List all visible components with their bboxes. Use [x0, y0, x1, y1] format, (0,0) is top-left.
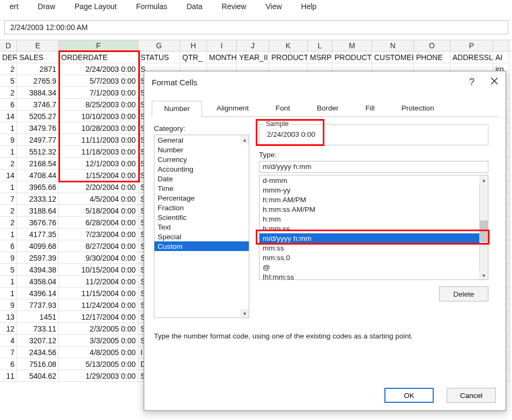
type-item[interactable]: [h]:mm:ss: [259, 272, 479, 280]
cell[interactable]: 7737.93: [17, 299, 59, 311]
cell[interactable]: 4708.44: [17, 170, 59, 181]
column-header[interactable]: G: [138, 40, 180, 51]
cell[interactable]: 1: [0, 146, 17, 158]
cell[interactable]: 11/18/2003 0:00: [59, 146, 138, 158]
type-item[interactable]: m/d/yyyy h:mm: [259, 233, 479, 243]
menu-item[interactable]: Draw: [28, 2, 65, 11]
cell[interactable]: 7/1/2003 0:00: [59, 87, 138, 99]
cell[interactable]: 8/25/2003 0:00: [59, 99, 138, 110]
cell[interactable]: 14: [0, 170, 17, 181]
column-label[interactable]: STATUS: [138, 51, 180, 63]
cell[interactable]: 2: [0, 205, 17, 217]
type-item[interactable]: h:mm: [259, 214, 479, 224]
category-item[interactable]: Text: [154, 222, 249, 232]
column-header[interactable]: O: [414, 40, 450, 51]
scroll-down-icon[interactable]: ▾: [240, 309, 249, 318]
column-header[interactable]: H: [180, 40, 207, 51]
cell[interactable]: 2/20/2004 0:00: [59, 181, 138, 193]
category-item[interactable]: Percentage: [154, 193, 249, 203]
tab-alignment[interactable]: Alignment: [204, 100, 261, 116]
cell[interactable]: 4177.35: [17, 229, 59, 240]
cell[interactable]: 4396.14: [17, 288, 59, 299]
cell[interactable]: 11: [0, 370, 17, 382]
column-header[interactable]: M: [332, 40, 372, 51]
cell[interactable]: 8/27/2004 0:00: [59, 240, 138, 252]
type-item[interactable]: mmm-yy: [259, 185, 479, 195]
cancel-button[interactable]: Cancel: [447, 388, 496, 403]
cell[interactable]: 7516.08: [17, 358, 59, 370]
scrollbar-thumb[interactable]: [480, 220, 488, 242]
cell[interactable]: 9: [0, 299, 17, 311]
category-item[interactable]: Time: [154, 183, 249, 193]
cell[interactable]: 2333.12: [17, 193, 59, 205]
cell[interactable]: 6/28/2004 0:00: [59, 217, 138, 229]
tab-font[interactable]: Font: [263, 100, 302, 116]
cell[interactable]: 3746.7: [17, 99, 59, 110]
cell[interactable]: 12: [0, 323, 17, 335]
cell[interactable]: 5/7/2003 0:00: [59, 75, 138, 87]
cell[interactable]: 2497.77: [17, 134, 59, 146]
scroll-up-icon[interactable]: ▴: [240, 135, 249, 144]
cell[interactable]: 4394.38: [17, 264, 59, 276]
cell[interactable]: 1: [0, 229, 17, 240]
cell[interactable]: 6: [0, 99, 17, 110]
cell[interactable]: 1/29/2003 0:00: [59, 370, 138, 382]
column-label[interactable]: PRODUCTI: [269, 51, 308, 63]
cell[interactable]: 5205.27: [17, 110, 59, 122]
tab-protection[interactable]: Protection: [389, 100, 447, 116]
cell[interactable]: 2168.54: [17, 158, 59, 170]
category-item[interactable]: Special: [154, 232, 249, 241]
cell[interactable]: 3884.34: [17, 87, 59, 99]
cell[interactable]: 5/18/2004 0:00: [59, 205, 138, 217]
column-label[interactable]: ADDRESSL: [450, 51, 493, 63]
cell[interactable]: 5: [0, 75, 17, 87]
cell[interactable]: 7: [0, 347, 17, 358]
category-item[interactable]: Date: [154, 174, 249, 183]
category-item[interactable]: Accounting: [154, 164, 249, 174]
cell[interactable]: 7: [0, 193, 17, 205]
cell[interactable]: 1: [0, 276, 17, 288]
menu-item[interactable]: Data: [177, 2, 212, 11]
cell[interactable]: 2: [0, 158, 17, 170]
delete-button[interactable]: Delete: [439, 286, 488, 301]
cell[interactable]: 2/3/2005 0:00: [59, 323, 138, 335]
cell[interactable]: 6: [0, 358, 17, 370]
cell[interactable]: 5: [0, 264, 17, 276]
cell[interactable]: 3/3/2005 0:00: [59, 335, 138, 347]
type-listbox[interactable]: ▴ ▾ d-mmmmmm-yyh:mm AM/PMh:mm:ss AM/PMh:…: [259, 175, 488, 280]
cell[interactable]: 3965.66: [17, 181, 59, 193]
category-listbox[interactable]: ▴ ▾ GeneralNumberCurrencyAccountingDateT…: [154, 135, 249, 318]
cell[interactable]: 1451: [17, 311, 59, 323]
cell[interactable]: 7/23/2004 0:00: [59, 229, 138, 240]
type-input[interactable]: m/d/yyyy h:mm: [259, 161, 488, 173]
column-header[interactable]: F: [59, 40, 138, 51]
cell[interactable]: 4/5/2004 0:00: [59, 193, 138, 205]
cell[interactable]: 2: [0, 87, 17, 99]
cell[interactable]: 14: [0, 110, 17, 122]
type-item[interactable]: h:mm AM/PM: [259, 195, 479, 204]
cell[interactable]: 1: [0, 122, 17, 134]
column-label[interactable]: ORDERDATE: [59, 51, 138, 63]
menu-item[interactable]: Review: [212, 2, 256, 11]
menu-item[interactable]: Help: [292, 2, 327, 11]
cell[interactable]: 2765.9: [17, 75, 59, 87]
column-label[interactable]: QTR_: [180, 51, 207, 63]
cell[interactable]: 5/13/2005 0:00: [59, 358, 138, 370]
cell[interactable]: 12/17/2004 0:00: [59, 311, 138, 323]
cell[interactable]: 11/11/2003 0:00: [59, 134, 138, 146]
column-header[interactable]: K: [269, 40, 308, 51]
column-header[interactable]: I: [207, 40, 237, 51]
cell[interactable]: 2871: [17, 63, 59, 75]
category-item[interactable]: General: [154, 135, 249, 145]
column-label[interactable]: SALES: [17, 51, 59, 63]
cell[interactable]: 1: [0, 181, 17, 193]
tab-fill[interactable]: Fill: [353, 100, 387, 116]
tab-number[interactable]: Number: [152, 101, 202, 117]
menu-item[interactable]: Formulas: [127, 2, 177, 11]
cell[interactable]: 12/1/2003 0:00: [59, 158, 138, 170]
menu-item[interactable]: View: [256, 2, 291, 11]
cell[interactable]: 4: [0, 335, 17, 347]
cell[interactable]: 11/15/2004 0:00: [59, 288, 138, 299]
cell[interactable]: 2597.39: [17, 252, 59, 264]
column-label[interactable]: DER: [0, 51, 17, 63]
